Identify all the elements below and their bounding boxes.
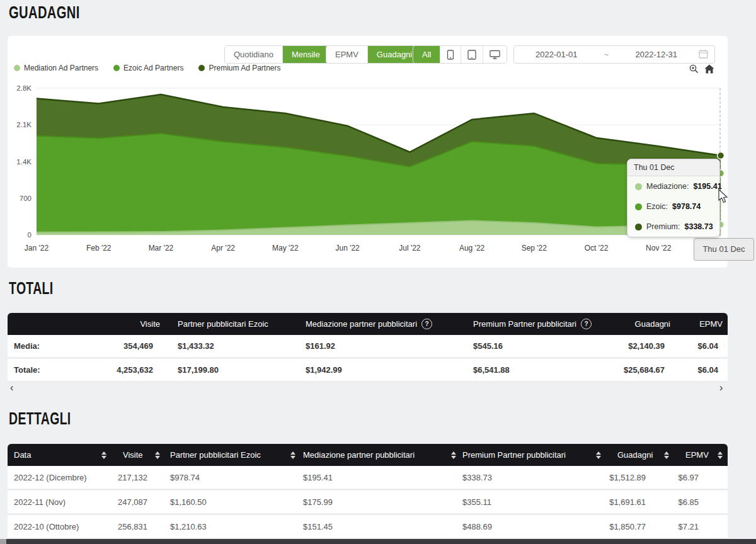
tooltip-series-value: $978.74 bbox=[672, 202, 701, 211]
svg-text:700: 700 bbox=[20, 195, 32, 202]
table-cell: $25,684.67 bbox=[606, 359, 675, 383]
svg-text:Mar '22: Mar '22 bbox=[149, 244, 174, 252]
table-row: 2022-11 (Nov)247,087$1,160.50$175.99$355… bbox=[8, 490, 728, 515]
table-cell: $2,140.39 bbox=[606, 335, 675, 359]
table-cell: $7.21 bbox=[674, 515, 728, 540]
column-header[interactable]: Mediazione partner pubblicitari bbox=[301, 444, 461, 466]
column-header: Visite bbox=[112, 313, 165, 335]
table-row: 2022-10 (Ottobre)256,831$1,210.63$151.45… bbox=[8, 515, 728, 540]
column-header-label: EPMV bbox=[699, 319, 723, 329]
column-header: Premium Partner pubblicitari? bbox=[460, 313, 606, 335]
column-header-label: Guadagni bbox=[617, 450, 653, 460]
table-cell: Totale: bbox=[8, 359, 112, 383]
column-header[interactable]: Data bbox=[8, 444, 112, 466]
tooltip-row: Premium:$338.73 bbox=[627, 217, 719, 237]
table-cell: 217,132 bbox=[112, 466, 165, 490]
table-cell: $1,691.61 bbox=[606, 490, 674, 515]
column-header-label: Data bbox=[14, 450, 31, 460]
sort-icon bbox=[664, 451, 669, 459]
horizontal-scrollbar[interactable] bbox=[0, 539, 756, 544]
table-cell: $488.69 bbox=[461, 515, 606, 540]
table-cell: $1,433.32 bbox=[165, 335, 299, 359]
table-cell: $1,942.99 bbox=[299, 359, 460, 383]
column-header: EPMV bbox=[675, 313, 728, 335]
table-cell: $6.97 bbox=[674, 466, 728, 490]
svg-text:Nov '22: Nov '22 bbox=[646, 244, 672, 252]
details-table: DataVisitePartner pubblicitari EzoicMedi… bbox=[8, 444, 728, 540]
table-row: 2022-12 (Dicembre)217,132$978.74$195.41$… bbox=[8, 466, 728, 490]
svg-text:2.8K: 2.8K bbox=[16, 84, 32, 92]
table-cell: $978.74 bbox=[165, 466, 301, 490]
table-cell: 2022-10 (Ottobre) bbox=[8, 515, 112, 540]
table-cell: 247,087 bbox=[112, 490, 165, 515]
sort-icon bbox=[596, 451, 601, 459]
column-header-label: Visite bbox=[123, 450, 143, 460]
tooltip-date: Thu 01 Dec bbox=[627, 159, 719, 176]
column-header-label: Premium Partner pubblicitari bbox=[473, 319, 576, 329]
svg-text:1.4K: 1.4K bbox=[16, 158, 32, 166]
tooltip-row: Ezoic:$978.74 bbox=[627, 196, 719, 217]
tooltip-series-value: $338.73 bbox=[684, 222, 713, 231]
page-title: GUADAGNI bbox=[9, 3, 80, 23]
table-cell: $545.16 bbox=[460, 335, 606, 359]
sort-icon bbox=[290, 451, 295, 459]
help-icon[interactable]: ? bbox=[421, 319, 432, 329]
scroll-right-arrow[interactable]: › bbox=[719, 382, 723, 394]
table-cell: 4,253,632 bbox=[112, 359, 165, 383]
table-cell: $151.45 bbox=[301, 515, 461, 540]
table-cell: $175.99 bbox=[301, 490, 461, 515]
column-header-label: Guadagni bbox=[635, 319, 670, 329]
table-cell: $1,210.63 bbox=[165, 515, 301, 540]
column-header[interactable]: Premium Partner pubblicitari bbox=[461, 444, 606, 466]
svg-text:Feb '22: Feb '22 bbox=[86, 244, 112, 252]
table-cell: $1,850.77 bbox=[606, 515, 674, 540]
table-row: Media:354,469$1,433.32$161.92$545.16$2,1… bbox=[8, 335, 728, 359]
series-dot-icon bbox=[635, 203, 642, 210]
table-cell: $1,160.50 bbox=[165, 490, 301, 515]
chart-tooltip: Thu 01 DecMediazione:$195.41Ezoic:$978.7… bbox=[627, 159, 720, 237]
table-cell: $6.85 bbox=[674, 490, 728, 515]
tooltip-series-label: Ezoic: bbox=[646, 202, 668, 211]
earnings-dashboard: GUADAGNI Quotidiano Mensile EPMV Guadagn… bbox=[0, 0, 756, 544]
table-header-row: DataVisitePartner pubblicitari EzoicMedi… bbox=[8, 444, 728, 466]
svg-text:0: 0 bbox=[28, 231, 32, 239]
svg-text:Oct '22: Oct '22 bbox=[585, 244, 609, 252]
column-header-label: Mediazione partner pubblicitari bbox=[306, 319, 417, 329]
scrollbar-thumb[interactable] bbox=[6, 539, 756, 544]
tooltip-series-value: $195.41 bbox=[693, 182, 721, 191]
column-header[interactable]: EPMV bbox=[674, 444, 728, 466]
svg-text:May '22: May '22 bbox=[272, 244, 299, 252]
column-header[interactable]: Guadagni bbox=[606, 444, 674, 466]
scroll-left-arrow[interactable]: ‹ bbox=[10, 382, 13, 394]
svg-text:Apr '22: Apr '22 bbox=[211, 244, 235, 252]
tooltip-series-label: Premium: bbox=[646, 222, 680, 231]
table-cell: $355.11 bbox=[461, 490, 606, 515]
table-cell: 2022-11 (Nov) bbox=[8, 490, 112, 515]
chart-panel: Quotidiano Mensile EPMV Guadagni All 202… bbox=[8, 36, 728, 268]
sort-icon bbox=[451, 451, 456, 459]
svg-text:2.1K: 2.1K bbox=[16, 121, 32, 128]
help-icon[interactable]: ? bbox=[581, 319, 592, 329]
table-cell: $17,199.80 bbox=[165, 359, 299, 383]
table-cell: 354,469 bbox=[112, 335, 165, 359]
table-row: Totale:4,253,632$17,199.80$1,942.99$6,54… bbox=[8, 359, 728, 383]
column-header[interactable]: Visite bbox=[112, 444, 165, 466]
svg-text:Jul '22: Jul '22 bbox=[399, 244, 421, 252]
svg-text:Sep '22: Sep '22 bbox=[522, 244, 547, 252]
svg-text:Jun '22: Jun '22 bbox=[335, 244, 360, 252]
table-cell: $195.41 bbox=[301, 466, 461, 490]
table-cell: $1,512.89 bbox=[606, 466, 674, 490]
crosshair-date-label: Thu 01 Dec bbox=[694, 238, 754, 261]
tooltip-row: Mediazione:$195.41 bbox=[627, 176, 719, 196]
column-header-label: Partner pubblicitari Ezoic bbox=[170, 450, 261, 460]
sort-icon bbox=[155, 451, 160, 459]
table-cell: 256,831 bbox=[112, 515, 165, 540]
table-cell: $338.73 bbox=[461, 466, 606, 490]
column-header-label: Partner pubblicitari Ezoic bbox=[178, 319, 268, 329]
column-header: Partner pubblicitari Ezoic bbox=[165, 313, 299, 335]
column-header-label: Mediazione partner pubblicitari bbox=[303, 450, 415, 460]
column-header[interactable]: Partner pubblicitari Ezoic bbox=[165, 444, 301, 466]
column-header: Guadagni bbox=[606, 313, 675, 335]
stacked-area-chart[interactable]: 07001.4K2.1K2.8KJan '22Feb '22Mar '22Apr… bbox=[8, 36, 728, 268]
table-cell: 2022-12 (Dicembre) bbox=[8, 466, 112, 490]
